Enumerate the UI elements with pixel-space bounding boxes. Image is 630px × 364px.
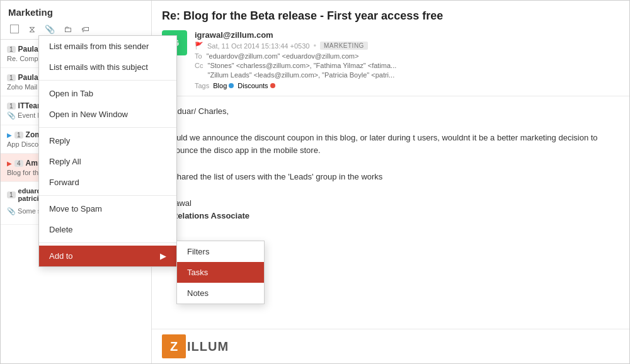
email-header-area: Re: Blog for the Beta release - First ye… — [152, 1, 629, 96]
menu-item-open-window[interactable]: Open in New Window — [39, 104, 176, 125]
tags-row: Tags Blog Discounts — [195, 82, 619, 89]
menu-item-forward[interactable]: Forward — [39, 172, 176, 193]
app-container: Marketing ⧖ 📎 🗀 🏷 1 Paula M... Me Re. — [0, 0, 630, 364]
body-greeting: Hi Eduar/ Charles, — [162, 105, 619, 118]
cc-row: Cc "Stones" <charless@zillum.com>, "Fath… — [195, 62, 619, 69]
body-text: Should we announce the discount coupon i… — [162, 132, 619, 158]
sender-info: igrawal@zillum.com 🚩 Sat, 11 Oct 2014 15… — [195, 30, 619, 89]
logo-text: ILLUM — [187, 339, 229, 354]
blog-label: Blog — [213, 82, 227, 89]
tags-label: Tags — [195, 82, 209, 89]
signature-name: Agrawal — [162, 197, 619, 210]
marketing-badge: MARKETING — [320, 42, 368, 50]
menu-item-open-tab[interactable]: Open in Tab — [39, 83, 176, 104]
cc-address: "Stones" <charless@zillum.com>, "Fathima… — [208, 62, 397, 69]
sender-meta: 🚩 Sat, 11 Oct 2014 15:13:44 +0530 • MARK… — [195, 41, 619, 50]
context-menu: List emails from this sender List emails… — [38, 35, 177, 267]
tag-blog: Blog — [213, 82, 234, 89]
body-text2: ve shared the list of users with the 'Le… — [162, 171, 619, 184]
menu-item-list-subject[interactable]: List emails with this subject — [39, 57, 176, 77]
email-title: Re: Blog for the Beta release - First ye… — [162, 9, 619, 23]
sender-date: Sat, 11 Oct 2014 15:13:44 +0530 — [207, 42, 309, 50]
to-row: To "eduardov@zillum.com" <eduardov@zillu… — [195, 52, 619, 60]
menu-item-reply[interactable]: Reply — [39, 130, 176, 151]
submenu: Filters Tasks Notes — [176, 241, 265, 304]
to-address: "eduardov@zillum.com" <eduardov@zillum.c… — [207, 52, 359, 60]
menu-divider — [39, 80, 176, 81]
context-menu-overlay[interactable]: List emails from this sender List emails… — [1, 1, 151, 363]
menu-divider — [39, 242, 176, 243]
menu-item-spam[interactable]: Move to Spam — [39, 198, 176, 219]
logo-z-letter: Z — [162, 334, 186, 358]
left-panel: Marketing ⧖ 📎 🗀 🏷 1 Paula M... Me Re. — [1, 1, 152, 363]
discounts-dot — [270, 83, 275, 88]
zillum-logo: Z ILLUM — [162, 334, 229, 358]
sender-email: igrawal@zillum.com — [195, 30, 273, 40]
menu-divider — [39, 127, 176, 128]
signature-title: er Relations Associate — [162, 210, 619, 223]
menu-item-list-sender[interactable]: List emails from this sender — [39, 36, 176, 57]
bullet-separator: • — [313, 41, 316, 50]
cc-row2: Cc "Zillum Leads" <leads@zillum.com>, "P… — [195, 71, 619, 79]
discounts-label: Discounts — [238, 82, 268, 89]
submenu-arrow-icon: ▶ — [160, 251, 166, 261]
add-to-label: Add to — [49, 251, 73, 261]
blog-dot — [229, 83, 234, 88]
menu-item-reply-all[interactable]: Reply All — [39, 151, 176, 172]
flag-icon: 🚩 — [195, 42, 203, 50]
right-panel: Re: Blog for the Beta release - First ye… — [152, 1, 629, 363]
submenu-item-filters[interactable]: Filters — [177, 241, 264, 262]
tag-discounts: Discounts — [238, 82, 275, 89]
email-footer: Z ILLUM — [152, 329, 629, 363]
submenu-item-notes[interactable]: Notes — [177, 283, 264, 304]
menu-item-add-to[interactable]: Add to ▶ Filters Tasks Notes — [39, 246, 176, 266]
submenu-item-tasks[interactable]: Tasks — [177, 262, 264, 283]
cc-address2: "Zillum Leads" <leads@zillum.com>, "Patr… — [208, 71, 395, 79]
menu-divider — [39, 195, 176, 196]
menu-item-delete[interactable]: Delete — [39, 219, 176, 240]
main-content: Marketing ⧖ 📎 🗀 🏷 1 Paula M... Me Re. — [1, 1, 629, 363]
sender-row: IG igrawal@zillum.com 🚩 Sat, 11 Oct 2014… — [162, 30, 619, 89]
